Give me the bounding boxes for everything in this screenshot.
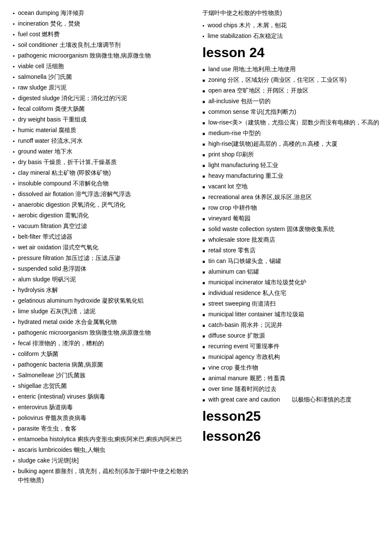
list-item: street sweeping 街道清扫 xyxy=(202,299,379,308)
bullet-icon xyxy=(13,318,14,326)
bullet-icon xyxy=(13,41,14,49)
list-item: raw sludge 原污泥 xyxy=(13,83,190,92)
bullet-icon xyxy=(202,353,205,361)
item-text: row crop 中耕作物 xyxy=(208,203,379,212)
item-text: dry basis 干燥质，折干计算,干燥基质 xyxy=(18,158,190,167)
item-text: alum sludge 明矾污泥 xyxy=(18,275,190,284)
item-text: digested sludge 消化污泥；消化过的污泥 xyxy=(18,94,190,103)
list-item: viable cell 活细胞 xyxy=(13,62,190,71)
bullet-icon xyxy=(202,162,205,169)
item-text: soil conditioner 土壤改良剂,土壤调节剂 xyxy=(18,40,190,49)
continuation-top-text: 于烟叶中使之松散的中性物质) xyxy=(202,9,379,17)
list-item: wood chips 木片，木屑，刨花 xyxy=(202,21,379,30)
item-text: land use 用地;土地利用;土地使用 xyxy=(208,65,379,74)
bullet-icon xyxy=(13,127,14,134)
bullet-icon xyxy=(202,343,205,350)
bullet-icon xyxy=(202,22,204,29)
item-text: lime sludge 石灰(乳)渣，滤泥 xyxy=(18,307,190,316)
bullet-icon xyxy=(13,95,14,102)
bullet-icon xyxy=(13,382,14,390)
list-item: bulking agent 膨胀剂，填充剂，疏松剂(添加于烟叶中使之松散的中性物… xyxy=(13,467,190,485)
list-item: dry weight basis 干重组成 xyxy=(13,115,190,124)
item-text: sludge cake 污泥饼[块] xyxy=(18,456,190,465)
list-item: zoning 分区，区域划分 (商业区，住宅区，工业区等) xyxy=(202,75,379,84)
item-text: with great care and caution 以极细心和谨慎的态度 xyxy=(208,395,379,404)
bullet-icon xyxy=(202,204,205,212)
item-text: wood chips 木片，木屑，刨花 xyxy=(208,21,379,30)
bullet-icon xyxy=(13,180,14,188)
bullet-icon xyxy=(202,151,205,159)
list-item: fecal 排泄物的，渣滓的，糟粕的 xyxy=(13,339,190,348)
bullet-icon xyxy=(202,194,205,201)
list-item: hydrated metal oxide 水合金属氧化物 xyxy=(13,318,190,327)
item-text: low-rise<美>（建筑物，尤指公寓）层数少而没有电梯的，不高的 xyxy=(208,118,379,127)
item-text: belt-filter 带式过滤器 xyxy=(18,232,190,241)
item-text: poliovirus 脊髓灰质炎病毒 xyxy=(18,413,190,422)
bullet-icon xyxy=(13,191,14,198)
bullet-icon xyxy=(13,350,14,358)
list-item: light manufacturing 轻工业 xyxy=(202,161,379,170)
list-item: suspended solid 悬浮固体 xyxy=(13,264,190,273)
list-item: lime sludge 石灰(乳)渣，滤泥 xyxy=(13,307,190,316)
item-text: fuel cost 燃料费 xyxy=(18,30,190,39)
item-text: bulking agent 膨胀剂，填充剂，疏松剂(添加于烟叶中使之松散的中性物… xyxy=(18,467,190,485)
list-item: lime stabilization 石灰稳定法 xyxy=(202,32,379,40)
item-text: entamoeba histolytica 痢疾内变形虫;痢疾阿米巴,痢疾内阿米… xyxy=(18,435,190,444)
item-text: fecal coliform 粪便大肠菌 xyxy=(18,104,190,113)
list-item: animal manure 厩肥；牲畜粪 xyxy=(202,374,379,383)
item-text: parasite 寄生虫，食客 xyxy=(18,424,190,433)
item-text: solid waste collection system 固体废物收集系统 xyxy=(208,225,379,234)
bullet-icon xyxy=(13,233,14,241)
list-item: aerobic digestion 需氧消化 xyxy=(13,211,190,220)
list-item: digested sludge 消化污泥；消化过的污泥 xyxy=(13,94,190,103)
bullet-icon xyxy=(13,148,14,156)
bullet-icon xyxy=(13,457,14,465)
item-text: aluminum can 铝罐 xyxy=(208,267,379,276)
list-item: hydrolysis 水解 xyxy=(13,286,190,295)
item-text: recreational area 休养区,娱乐区,游息区 xyxy=(208,193,379,202)
item-text: heavy manufacturing 重工业 xyxy=(208,171,379,180)
list-item: vine crop 蔓生作物 xyxy=(202,363,379,372)
item-text: pressure filtration 加压过滤；压滤,压渗 xyxy=(18,254,190,263)
list-item: retail store 零售店 xyxy=(202,246,379,255)
right-pre-lesson24-list: wood chips 木片，木屑，刨花 lime stabilization 石… xyxy=(202,21,379,40)
item-text: pathogenic microorganism 致病微生物,病原微生物 xyxy=(18,328,190,337)
list-item: enteric (intestinal) viruses 肠病毒 xyxy=(13,392,190,401)
item-text: aerobic digestion 需氧消化 xyxy=(18,211,190,220)
bullet-icon xyxy=(202,119,205,127)
bullet-icon xyxy=(13,276,14,283)
list-item: dry basis 干燥质，折干计算,干燥基质 xyxy=(13,158,190,167)
item-text: dry weight basis 干重组成 xyxy=(18,115,190,124)
list-item: pathogenic bacteria 病菌,病原菌 xyxy=(13,360,190,369)
list-item: individual residence 私人住宅 xyxy=(202,289,379,298)
item-text: ground water 地下水 xyxy=(18,147,190,156)
item-text: ocean dumping 海洋倾弃 xyxy=(18,9,190,17)
bullet-icon xyxy=(13,361,14,369)
bullet-icon xyxy=(13,159,14,166)
list-item: enterovirus 肠道病毒 xyxy=(13,403,190,412)
list-item: alum sludge 明矾污泥 xyxy=(13,275,190,284)
bullet-icon xyxy=(202,130,205,137)
item-text: coliform 大肠菌 xyxy=(18,350,190,358)
item-text: wholesale store 批发商店 xyxy=(208,235,379,244)
bullet-icon xyxy=(202,279,205,286)
left-column: ocean dumping 海洋倾弃 incineration 焚化，焚烧 fu… xyxy=(13,9,190,486)
left-vocab-list: ocean dumping 海洋倾弃 incineration 焚化，焚烧 fu… xyxy=(13,9,190,485)
list-item: coliform 大肠菌 xyxy=(13,350,190,358)
bullet-icon xyxy=(202,300,205,308)
item-text: Salmonelleae 沙门氏菌族 xyxy=(18,371,190,380)
bullet-icon xyxy=(13,297,14,305)
bullet-icon xyxy=(13,286,14,294)
item-text: dissolved air flotation 溶气浮选;溶解气浮选 xyxy=(18,190,190,199)
list-item: anaerobic digestion 厌氧消化，厌气消化 xyxy=(13,200,190,209)
list-item: solid waste collection system 固体废物收集系统 xyxy=(202,225,379,234)
bullet-icon xyxy=(202,66,205,73)
item-text: pathogenic microorganism 致病微生物,病原微生物 xyxy=(18,51,190,60)
item-text: enteric (intestinal) viruses 肠病毒 xyxy=(18,392,190,401)
bullet-icon xyxy=(13,308,14,315)
bullet-icon xyxy=(202,32,204,40)
item-text: suspended solid 悬浮固体 xyxy=(18,264,190,273)
item-text: hydrated metal oxide 水合金属氧化物 xyxy=(18,318,190,327)
bullet-icon xyxy=(13,244,14,251)
list-item: ground water 地下水 xyxy=(13,147,190,156)
